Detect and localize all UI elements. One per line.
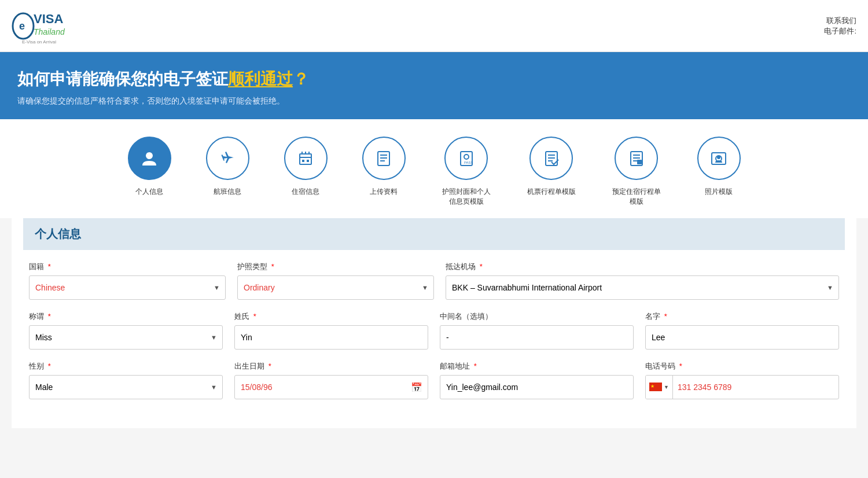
middle-name-label: 中间名（选填） [440, 311, 634, 322]
banner: 如何申请能确保您的电子签证顺利通过？ 请确保您提交的信息严格符合要求，否则您的入… [0, 52, 868, 119]
header: e VISA Thailand E-Visa on Arrival 联系我们 电… [0, 0, 868, 52]
step-1-circle [128, 137, 171, 180]
last-name-group: 姓氏 * [234, 311, 428, 350]
email-group: 邮箱地址 * [440, 361, 634, 399]
airport-group: 抵达机场 * BKK – Suvarnabhumi International … [446, 262, 839, 300]
svg-text:E-Visa on Arrival: E-Visa on Arrival [22, 39, 56, 45]
passport-type-label: 护照类型 * [237, 262, 434, 272]
last-name-input[interactable] [234, 325, 428, 350]
nationality-select-wrapper: Chinese [29, 275, 226, 300]
svg-rect-28 [637, 160, 642, 164]
china-flag-icon: ★ [649, 383, 662, 391]
step-7-circle [615, 137, 658, 180]
salutation-label: 称谓 * [29, 311, 223, 322]
step-5-circle: PASS [444, 137, 488, 180]
step-flight-info[interactable]: 航班信息 [206, 137, 249, 197]
form-row-3: 性别 * Male 出生日期 * 📅 邮箱地址 * [23, 361, 845, 399]
step-3-label: 住宿信息 [292, 187, 319, 197]
middle-name-input[interactable] [440, 325, 634, 350]
dob-input-wrapper: 📅 [234, 375, 428, 399]
banner-title-suffix: ？ [293, 70, 309, 88]
gender-select[interactable]: Male [29, 375, 223, 399]
banner-title: 如何申请能确保您的电子签证顺利通过？ [17, 68, 851, 90]
first-name-input[interactable] [645, 325, 839, 350]
middle-name-group: 中间名（选填） [440, 311, 634, 350]
nationality-label: 国籍 * [29, 262, 226, 272]
contact-line1: 联系我们 [824, 16, 856, 26]
step-2-label: 航班信息 [214, 187, 241, 197]
step-upload-docs[interactable]: 上传资料 [362, 137, 406, 197]
svg-text:e: e [19, 20, 25, 32]
svg-text:VISA: VISA [34, 12, 63, 26]
phone-flag-selector[interactable]: ★ ▼ [646, 376, 673, 399]
step-5-label: 护照封面和个人信息页模版 [440, 187, 492, 207]
steps-area: 个人信息 航班信息 住宿信息 上传资料 PASS 护照封面和个人信息页模版 机票… [0, 119, 868, 218]
svg-point-31 [717, 156, 720, 159]
step-1-label: 个人信息 [135, 187, 163, 197]
header-contact: 联系我们 电子邮件: [824, 16, 856, 36]
airport-select[interactable]: BKK – Suvarnabhumi International Airport [446, 275, 839, 300]
step-personal-info[interactable]: 个人信息 [128, 137, 171, 197]
email-input[interactable] [440, 375, 634, 399]
step-passport-cover[interactable]: PASS 护照封面和个人信息页模版 [440, 137, 492, 207]
step-6-label: 机票行程单模版 [527, 187, 576, 197]
step-accommodation-info[interactable]: 住宿信息 [284, 137, 328, 197]
step-8-label: 照片模版 [705, 187, 733, 197]
first-name-group: 名字 * [645, 311, 839, 350]
nationality-group: 国籍 * Chinese [29, 262, 226, 300]
gender-label: 性别 * [29, 361, 223, 372]
svg-rect-9 [307, 160, 309, 162]
svg-rect-8 [302, 160, 304, 162]
dob-group: 出生日期 * 📅 [234, 361, 428, 399]
step-hotel-itinerary[interactable]: 预定住宿行程单模版 [610, 137, 663, 207]
calendar-icon[interactable]: 📅 [411, 381, 422, 392]
phone-group: 电话号码 * ★ ▼ [645, 361, 839, 399]
salutation-group: 称谓 * Miss [29, 311, 223, 350]
svg-point-18 [464, 155, 469, 159]
first-name-label: 名字 * [645, 311, 839, 322]
salutation-select-wrapper: Miss [29, 325, 223, 350]
logo-svg: e VISA Thailand E-Visa on Arrival [12, 6, 104, 46]
section-title: 个人信息 [35, 227, 81, 240]
nationality-select[interactable]: Chinese [29, 275, 226, 300]
step-4-label: 上传资料 [370, 187, 398, 197]
passport-type-group: 护照类型 * Ordinary [237, 262, 434, 300]
svg-point-5 [146, 152, 153, 159]
svg-rect-6 [300, 154, 311, 164]
logo-area: e VISA Thailand E-Visa on Arrival [12, 6, 104, 46]
svg-text:Thailand: Thailand [34, 27, 65, 36]
airport-label: 抵达机场 * [446, 262, 839, 272]
airport-select-wrapper: BKK – Suvarnabhumi International Airport [446, 275, 839, 300]
svg-text:PASS: PASS [464, 161, 473, 164]
phone-label: 电话号码 * [645, 361, 839, 372]
section-header: 个人信息 [23, 218, 845, 250]
email-label: 邮箱地址 * [440, 361, 634, 372]
form-row-2: 称谓 * Miss 姓氏 * 中间名（选填） 名字 [23, 311, 845, 350]
last-name-label: 姓氏 * [234, 311, 428, 322]
step-7-label: 预定住宿行程单模版 [610, 187, 663, 207]
phone-row: ★ ▼ [645, 375, 839, 399]
contact-line2: 电子邮件: [824, 26, 856, 36]
gender-group: 性别 * Male [29, 361, 223, 399]
step-photo-template[interactable]: 照片模版 [697, 137, 741, 197]
banner-title-prefix: 如何申请能确保您的电子签证 [17, 70, 228, 88]
banner-subtitle: 请确保您提交的信息严格符合要求，否则您的入境签证申请可能会被拒绝。 [17, 96, 851, 106]
form-row-1: 国籍 * Chinese 护照类型 * Ordinary 抵达机场 [23, 262, 845, 300]
step-2-circle [206, 137, 249, 180]
step-8-circle [697, 137, 741, 180]
dob-input[interactable] [234, 375, 428, 399]
step-6-circle [529, 137, 573, 180]
passport-type-select[interactable]: Ordinary [237, 275, 434, 300]
form-section: 个人信息 国籍 * Chinese 护照类型 * Ordinary [12, 218, 856, 428]
banner-title-highlight: 顺利通过 [228, 70, 293, 88]
phone-input[interactable] [673, 383, 838, 392]
step-3-circle [284, 137, 328, 180]
dob-label: 出生日期 * [234, 361, 428, 372]
passport-type-select-wrapper: Ordinary [237, 275, 434, 300]
step-4-circle [362, 137, 406, 180]
phone-dropdown-arrow-icon: ▼ [664, 384, 669, 390]
step-flight-itinerary[interactable]: 机票行程单模版 [527, 137, 576, 197]
gender-select-wrapper: Male [29, 375, 223, 399]
salutation-select[interactable]: Miss [29, 325, 223, 350]
